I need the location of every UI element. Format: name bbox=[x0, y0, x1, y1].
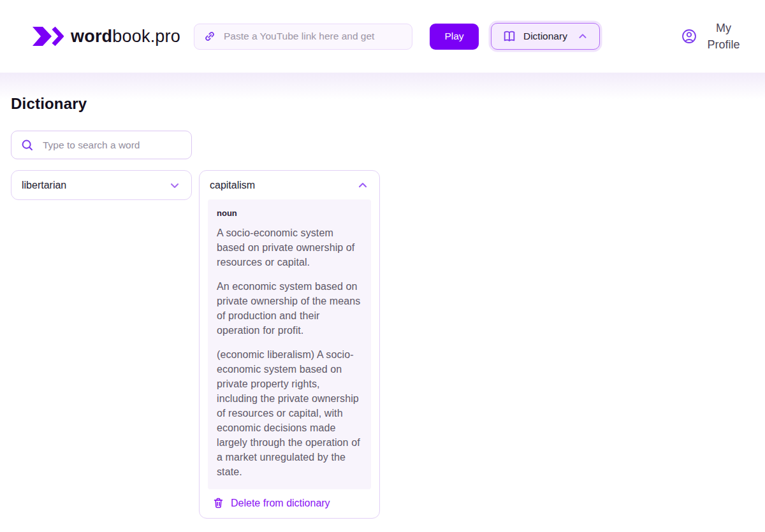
definition-text: An economic system based on private owne… bbox=[217, 279, 362, 338]
delete-from-dictionary-label: Delete from dictionary bbox=[231, 498, 330, 509]
open-book-icon bbox=[502, 29, 516, 43]
entry-toggle-libertarian[interactable]: libertarian bbox=[11, 171, 191, 199]
double-chevron-icon bbox=[31, 22, 64, 50]
definitions-panel: noun A socio-economic system based on pr… bbox=[208, 199, 371, 489]
entry-word: capitalism bbox=[210, 180, 255, 191]
chevron-up-icon[interactable] bbox=[356, 179, 369, 192]
youtube-link-field[interactable] bbox=[194, 24, 412, 50]
dictionary-page: Dictionary libertarian capitalism bbox=[0, 73, 765, 532]
entries-list: libertarian capitalism noun A bbox=[11, 170, 765, 519]
brand-logo[interactable]: wordbook.pro bbox=[31, 22, 180, 50]
part-of-speech-label: noun bbox=[217, 208, 362, 218]
page-title: Dictionary bbox=[11, 95, 765, 113]
delete-from-dictionary-button[interactable]: Delete from dictionary bbox=[200, 489, 379, 518]
app-header: wordbook.pro Play Dictionary bbox=[0, 0, 765, 73]
user-circle-icon bbox=[681, 28, 697, 45]
brand-name: wordbook.pro bbox=[71, 27, 180, 47]
definition-text: A socio-economic system based on private… bbox=[217, 226, 362, 270]
search-icon bbox=[20, 138, 34, 152]
dictionary-menu-button[interactable]: Dictionary bbox=[491, 23, 600, 50]
dictionary-menu-label: Dictionary bbox=[523, 31, 567, 42]
entry-card-libertarian: libertarian bbox=[11, 170, 192, 200]
definition-text: (economic liberalism) A socio-economic s… bbox=[217, 347, 362, 479]
play-button[interactable]: Play bbox=[430, 24, 479, 50]
entry-card-capitalism: capitalism noun A socio-economic system … bbox=[199, 170, 380, 519]
word-search-box[interactable] bbox=[11, 131, 192, 159]
chevron-up-icon bbox=[577, 31, 588, 42]
link-icon bbox=[203, 30, 216, 43]
word-search-input[interactable] bbox=[43, 140, 182, 151]
entry-toggle-capitalism[interactable]: capitalism bbox=[200, 171, 379, 199]
trash-icon bbox=[212, 497, 224, 509]
chevron-down-icon[interactable] bbox=[168, 179, 181, 192]
my-profile-label: My Profile bbox=[703, 20, 744, 53]
my-profile-button[interactable]: My Profile bbox=[681, 20, 744, 53]
entry-word: libertarian bbox=[22, 180, 66, 191]
youtube-link-input[interactable] bbox=[224, 31, 403, 42]
